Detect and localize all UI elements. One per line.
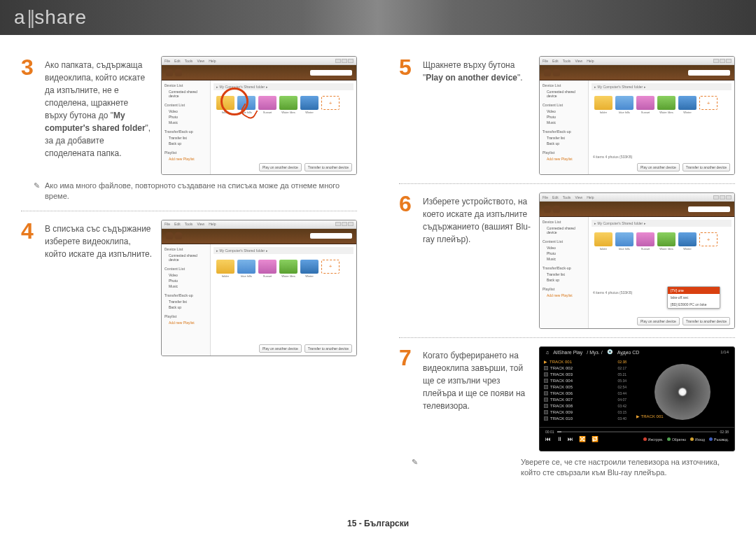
step-number: 6 [399,192,414,329]
header-bar: a||share [0,0,756,35]
toolbar [162,65,356,80]
next-icon[interactable]: ⏭ [568,436,573,442]
step-text: В списъка със съдържание изберете видеок… [45,220,153,356]
page-footer: 15 - Български [0,519,756,528]
window-buttons [335,59,354,63]
screenshot-step5: FileEditToolsViewHelp Device ListConnect… [539,56,735,175]
track-row[interactable]: TRACK 00704:07 [544,396,626,402]
logo: a||share [14,6,87,29]
time-current: 00:01 [545,430,554,434]
step-text: Изберете устройството, на което искате д… [423,192,531,329]
step-7: 7 Когато буферирането на видеоклипа завъ… [399,346,735,451]
track-row[interactable]: ▶TRACK 00102:38 [544,358,626,365]
step-4: 4 В списъка със съдържание изберете виде… [21,220,357,356]
progress-bar[interactable] [557,431,718,433]
note-step3: Ако има много файлове, повторното създав… [21,181,357,202]
time-total: 02:38 [720,430,729,434]
track-row[interactable]: TRACK 00903:15 [544,409,626,415]
divider [399,183,735,184]
left-column: 3 Ако папката, съдържаща видеоклипа, кой… [0,42,378,513]
device-popup[interactable]: [TV] one lake-off.sec [BD] E5900 PC on l… [667,286,720,309]
step-number: 3 [21,56,36,175]
prev-icon[interactable]: ⏮ [545,436,551,442]
sidebar: Device ListConnected shared device Conte… [162,80,211,174]
screenshot-step4: FileEditToolsViewHelp Device ListConnect… [161,220,357,356]
track-row[interactable]: TRACK 00202:17 [544,365,626,371]
divider [399,337,735,338]
content: 3 Ако папката, съдържаща видеоклипа, кой… [0,42,756,513]
selection-info: 4 items 4 photos (533KB) [593,155,632,159]
legend: Инструм. Обратно Изход Ръковод. [643,437,729,442]
highlight-circle-icon [220,87,248,115]
step-number: 4 [21,220,36,356]
right-column: 5 Щракнете върху бутона "Play on another… [378,42,756,513]
play-button[interactable]: Play on another device [259,163,302,171]
page: a||share 3 Ако папката, съдържаща видеок… [0,0,756,534]
step-3: 3 Ако папката, съдържаща видеоклипа, кой… [21,56,357,175]
track-row[interactable]: TRACK 00502:54 [544,384,626,390]
player-breadcrumb: ♫ AllShare Play / Муз. / 💿 Аудио CD 1/14 [540,347,734,357]
step-text: Ако папката, съдържаща видеоклипа, който… [45,56,153,175]
track-row[interactable]: TRACK 00305:21 [544,371,626,377]
screenshot-step6: FileEditToolsViewHelp Device ListConnect… [539,192,735,329]
text: Ако папката, съдържаща видеоклипа, който… [45,60,145,120]
step-5: 5 Щракнете върху бутона "Play on another… [399,56,735,175]
step-text: Когато буферирането на видеоклипа завърш… [423,346,531,451]
track-row[interactable]: TRACK 01003:40 [544,415,626,421]
screenshot-step7-player: ♫ AllShare Play / Муз. / 💿 Аудио CD 1/14… [539,346,735,451]
window-titlebar: FileEditToolsViewHelp [162,57,356,65]
step-text: Щракнете върху бутона "Play on another d… [423,56,531,175]
note-step7: Уверете се, че сте настроили телевизора … [399,457,735,479]
disc-icon [654,364,710,420]
track-row[interactable]: TRACK 00603:44 [544,390,626,396]
transfer-button[interactable]: Transfer to another device [304,163,352,171]
disc-art: TRACK 001 [631,357,734,427]
divider [21,211,357,211]
shuffle-icon[interactable]: 🔀 [579,436,586,442]
pause-icon[interactable]: ⏸ [556,436,562,442]
now-playing: TRACK 001 [636,414,664,419]
step-number: 5 [399,56,414,175]
track-row[interactable]: TRACK 00803:42 [544,402,626,409]
repeat-icon[interactable]: 🔁 [592,436,598,442]
step-6: 6 Изберете устройството, на което искате… [399,192,735,329]
track-row[interactable]: TRACK 00405:34 [544,377,626,384]
step-number: 7 [399,346,414,451]
screenshot-step3: FileEditToolsViewHelp Device ListConnect… [161,56,357,175]
track-list: ▶TRACK 00102:38 TRACK 00202:17 TRACK 003… [540,357,631,427]
player-controls: 00:01 02:38 ⏮ ⏸ ⏭ 🔀 🔁 Инструм. [540,427,734,447]
